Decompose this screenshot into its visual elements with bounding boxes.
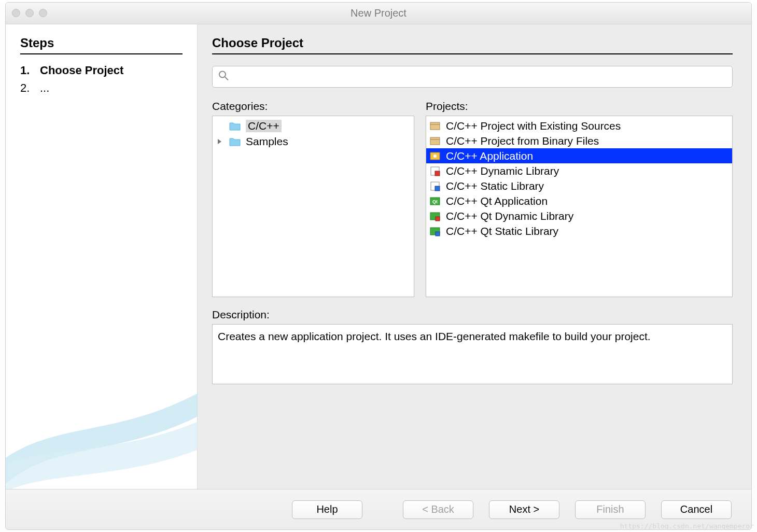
- svg-text:Qt: Qt: [432, 199, 438, 204]
- category-label: C/C++: [246, 120, 282, 132]
- qt-app-icon: Qt: [429, 195, 441, 207]
- projects-column: Projects: C/C++ Project with Existing So…: [426, 100, 733, 297]
- minimize-window-button[interactable]: [25, 9, 34, 17]
- app-icon: [429, 150, 441, 162]
- categories-listbox[interactable]: C/C++ Samples: [212, 116, 414, 297]
- category-project-columns: Categories: C/C++: [212, 100, 733, 297]
- cancel-button[interactable]: Cancel: [661, 500, 732, 519]
- step-number: 1.: [20, 64, 32, 77]
- description-text: Creates a new application project. It us…: [212, 324, 733, 384]
- project-item-dynamic-library[interactable]: C/C++ Dynamic Library: [426, 163, 732, 178]
- new-project-dialog: New Project Steps 1. Choose Project 2. .…: [5, 2, 752, 530]
- filter-search-wrap: [212, 66, 733, 88]
- qt-statlib-icon: [429, 226, 441, 237]
- main-panel: Choose Project Categories:: [198, 24, 751, 489]
- svg-line-1: [225, 77, 228, 80]
- step-pending: 2. ...: [20, 79, 183, 97]
- new-project-window: New Project Steps 1. Choose Project 2. .…: [0, 0, 757, 532]
- project-label: C/C++ Project from Binary Files: [446, 135, 599, 147]
- step-label: ...: [40, 81, 49, 95]
- project-item-qt-dynamic-library[interactable]: C/C++ Qt Dynamic Library: [426, 208, 732, 223]
- dynlib-icon: [429, 165, 441, 177]
- project-label: C/C++ Static Library: [446, 180, 544, 192]
- project-item-qt-application[interactable]: Qt C/C++ Qt Application: [426, 193, 732, 208]
- project-label: C/C++ Qt Dynamic Library: [446, 210, 573, 222]
- main-heading: Choose Project: [212, 36, 733, 54]
- window-title: New Project: [6, 7, 751, 19]
- svg-rect-2: [430, 122, 440, 130]
- box-icon: [429, 135, 441, 147]
- svg-rect-17: [436, 232, 440, 236]
- project-label: C/C++ Project with Existing Sources: [446, 120, 621, 132]
- statlib-icon: [429, 180, 441, 192]
- project-item-qt-static-library[interactable]: C/C++ Qt Static Library: [426, 223, 732, 239]
- folder-icon: [229, 137, 241, 146]
- back-button[interactable]: < Back: [403, 500, 473, 519]
- project-label: C/C++ Application: [446, 150, 533, 162]
- help-button[interactable]: Help: [292, 500, 362, 519]
- folder-icon: [229, 121, 241, 131]
- projects-listbox[interactable]: C/C++ Project with Existing Sources C/C+…: [426, 116, 733, 297]
- project-label: C/C++ Qt Application: [446, 195, 548, 207]
- svg-rect-4: [430, 137, 440, 145]
- qt-dynlib-icon: [429, 211, 441, 222]
- project-item-existing-sources[interactable]: C/C++ Project with Existing Sources: [426, 118, 732, 133]
- steps-list: 1. Choose Project 2. ...: [20, 62, 183, 97]
- filter-input[interactable]: [212, 66, 733, 88]
- project-item-static-library[interactable]: C/C++ Static Library: [426, 178, 732, 193]
- svg-rect-15: [436, 217, 440, 221]
- titlebar: New Project: [6, 3, 751, 24]
- svg-point-7: [433, 155, 437, 158]
- dialog-body: Steps 1. Choose Project 2. ...: [6, 24, 751, 489]
- svg-rect-11: [435, 186, 440, 191]
- categories-column: Categories: C/C++: [212, 100, 414, 297]
- project-item-application[interactable]: C/C++ Application: [426, 148, 732, 163]
- category-item-cpp[interactable]: C/C++: [213, 118, 414, 134]
- sidebar-decorative-art: [6, 375, 198, 489]
- project-label: C/C++ Qt Static Library: [446, 225, 558, 237]
- project-label: C/C++ Dynamic Library: [446, 165, 559, 177]
- step-choose-project: 1. Choose Project: [20, 62, 183, 79]
- svg-rect-9: [435, 171, 440, 176]
- finish-button[interactable]: Finish: [575, 500, 646, 519]
- steps-sidebar: Steps 1. Choose Project 2. ...: [6, 24, 198, 489]
- categories-label: Categories:: [212, 100, 414, 113]
- next-button[interactable]: Next >: [489, 500, 559, 519]
- project-item-binary-files[interactable]: C/C++ Project from Binary Files: [426, 133, 732, 148]
- description-label: Description:: [212, 309, 733, 321]
- svg-point-0: [219, 72, 226, 78]
- step-label: Choose Project: [40, 64, 123, 77]
- category-label: Samples: [246, 135, 288, 148]
- window-controls: [12, 9, 47, 17]
- chevron-right-icon[interactable]: [216, 138, 224, 145]
- zoom-window-button[interactable]: [39, 9, 47, 17]
- search-icon: [218, 71, 229, 83]
- close-window-button[interactable]: [12, 9, 20, 17]
- watermark-text: https://blog.csdn.net/wangemperor: [620, 522, 754, 530]
- projects-label: Projects:: [426, 100, 733, 113]
- category-item-samples[interactable]: Samples: [213, 134, 414, 149]
- steps-heading: Steps: [20, 36, 183, 54]
- step-number: 2.: [20, 81, 32, 95]
- box-icon: [429, 120, 441, 132]
